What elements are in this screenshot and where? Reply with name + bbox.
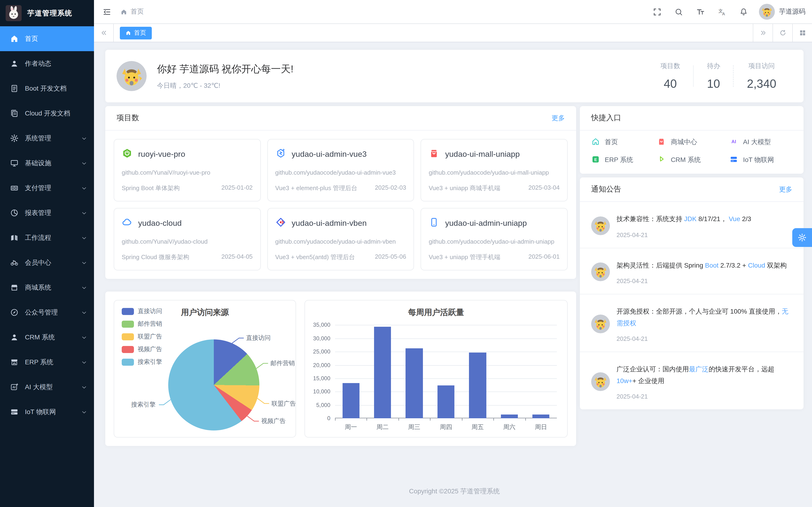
quick-entry-item[interactable]: AIAI 大模型: [729, 137, 793, 148]
bar[interactable]: [406, 348, 423, 418]
gear-icon: [798, 233, 807, 242]
notices-more-link[interactable]: 更多: [779, 185, 792, 194]
project-card[interactable]: yudao-ui-admin-vue3github.com/yudaocode/…: [267, 139, 414, 202]
refresh-icon[interactable]: [772, 24, 792, 42]
project-card[interactable]: ruoyi-vue-progithub.com/YunaiV/ruoyi-vue…: [114, 139, 261, 202]
copydoc-icon: [10, 109, 19, 118]
spring-project-icon: [122, 148, 133, 161]
bar[interactable]: [469, 352, 486, 418]
collapse-sidebar-icon[interactable]: [101, 6, 113, 18]
settings-gear-button[interactable]: [792, 228, 812, 247]
sidebar-item[interactable]: Boot 开发文档: [0, 76, 94, 101]
project-desc: Vue3 + vben5(antd) 管理后台: [275, 253, 355, 262]
y-axis-tick-label: 30,000: [313, 335, 331, 341]
qerp-icon: E: [591, 155, 600, 165]
project-url[interactable]: github.com/YunaiV/yudao-cloud: [122, 237, 253, 246]
quick-entry-item[interactable]: 商城中心: [657, 137, 729, 148]
chevron-down-icon: [81, 135, 87, 142]
footer-copyright: Copyright ©2025 芋道管理系统: [105, 488, 804, 496]
project-card[interactable]: yudao-cloudgithub.com/YunaiV/yudao-cloud…: [114, 208, 261, 270]
sidebar-item[interactable]: 作者动态: [0, 51, 94, 76]
project-url[interactable]: github.com/yudaocode/yudao-ui-mall-uniap…: [429, 168, 560, 177]
quick-entry-item[interactable]: 首页: [591, 137, 657, 148]
sidebar-item[interactable]: CRM 系统: [0, 325, 94, 350]
greeting-avatar: [116, 61, 147, 91]
bar[interactable]: [532, 415, 550, 418]
project-card[interactable]: yudao-ui-admin-vbengithub.com/yudaocode/…: [267, 208, 414, 270]
bar-slot: [430, 325, 462, 418]
sidebar-item[interactable]: 首页: [0, 26, 94, 51]
project-url[interactable]: github.com/yudaocode/yudao-ui-admin-unia…: [429, 237, 560, 246]
user-menu[interactable]: 芋道源码: [759, 4, 805, 20]
qai-icon: AI: [729, 137, 739, 148]
x-axis-label: 周三: [399, 423, 430, 432]
qmall-icon: [657, 137, 666, 148]
project-desc: Vue3 + element-plus 管理后台: [275, 184, 357, 192]
y-axis-tick-label: 5,000: [316, 402, 331, 408]
sidebar-item[interactable]: IoT 物联网: [0, 399, 94, 425]
username: 芋道源码: [779, 7, 805, 16]
app-title: 芋道管理系统: [27, 9, 72, 17]
x-axis-label: 周四: [430, 423, 462, 432]
sidebar-logo[interactable]: 芋道管理系统: [0, 0, 94, 26]
quick-entry-item[interactable]: EERP 系统: [591, 155, 657, 165]
tab-home[interactable]: 首页: [120, 26, 152, 39]
bar[interactable]: [374, 327, 391, 418]
sidebar-item[interactable]: AIAI 大模型: [0, 375, 94, 399]
x-axis-tick: [367, 418, 367, 421]
sidebar-item[interactable]: Cloud 开发文档: [0, 101, 94, 126]
app-logo-rabbit-icon: [6, 5, 21, 21]
project-url[interactable]: github.com/YunaiV/ruoyi-vue-pro: [122, 168, 253, 177]
project-card[interactable]: yudao-ui-mall-uniappgithub.com/yudaocode…: [421, 139, 568, 202]
monitor-icon: [10, 158, 19, 168]
sidebar-item[interactable]: ERP 系统: [0, 350, 94, 375]
chevron-down-icon: [81, 160, 87, 166]
compass-icon: [10, 308, 19, 317]
sidebar-item[interactable]: 会员中心: [0, 250, 94, 275]
notice-item[interactable]: 广泛企业认可：国内使用最广泛的快速开发平台，远超 10w++ 企业使用2025-…: [580, 352, 804, 409]
sidebar-item-label: Cloud 开发文档: [25, 109, 87, 118]
breadcrumb[interactable]: 首页: [120, 7, 144, 16]
project-url[interactable]: github.com/yudaocode/yudao-ui-admin-vben: [275, 237, 406, 246]
sidebar-item[interactable]: 基础设施: [0, 151, 94, 176]
quick-entry-item[interactable]: CRM 系统: [657, 155, 729, 165]
chevron-down-icon: [81, 409, 87, 415]
quick-entry-item[interactable]: IoT 物联网: [729, 155, 793, 165]
tab-options-grid-icon[interactable]: [792, 24, 812, 42]
notice-item[interactable]: 技术兼容性：系统支持 JDK 8/17/21， Vue 2/32025-04-2…: [580, 202, 804, 248]
notification-bell-icon[interactable]: [737, 6, 750, 18]
project-card[interactable]: yudao-ui-admin-uniappgithub.com/yudaocod…: [421, 208, 568, 270]
y-axis-tick-label: 35,000: [313, 322, 331, 328]
bar[interactable]: [438, 385, 455, 418]
sidebar-item-label: ERP 系统: [25, 358, 81, 367]
tabs-scroll-right-icon[interactable]: [753, 24, 772, 42]
bar[interactable]: [342, 383, 359, 418]
sidebar-item[interactable]: 商城系统: [0, 275, 94, 300]
bar[interactable]: [501, 415, 518, 418]
sidebar-item[interactable]: 公众号管理: [0, 300, 94, 325]
notice-item[interactable]: 架构灵活性：后端提供 Spring Boot 2.7/3.2 + Cloud 双…: [580, 248, 804, 294]
sidebar-item[interactable]: 系统管理: [0, 126, 94, 151]
project-url[interactable]: github.com/yudaocode/yudao-ui-admin-vue3: [275, 168, 406, 177]
notice-date: 2025-04-21: [616, 393, 792, 400]
fullscreen-icon[interactable]: [651, 6, 663, 18]
sidebar-item-label: 支付管理: [25, 184, 81, 192]
sidebar-item-label: 商城系统: [25, 283, 81, 292]
sidebar-item[interactable]: 支付管理: [0, 176, 94, 201]
language-icon[interactable]: 文A: [716, 6, 728, 18]
notice-text: 架构灵活性：后端提供 Spring Boot 2.7/3.2 + Cloud 双…: [616, 260, 792, 271]
sidebar-item[interactable]: 工作流程: [0, 225, 94, 250]
projects-more-link[interactable]: 更多: [552, 114, 565, 122]
bar-chart[interactable]: 05,00010,00015,00020,00025,00030,00035,0…: [335, 325, 557, 418]
sidebar-menu: 首页作者动态Boot 开发文档Cloud 开发文档系统管理基础设施支付管理报表管…: [0, 26, 94, 425]
chevron-down-icon: [81, 234, 87, 241]
tabs-scroll-left-icon[interactable]: [94, 24, 114, 42]
bar-slot: [525, 325, 557, 418]
main-area: 首页 文A: [94, 0, 812, 507]
x-axis-tick: [430, 418, 431, 421]
notice-item[interactable]: 开源免授权：全部开源，个人与企业可 100% 直接使用，无需授权2025-04-…: [580, 294, 804, 352]
search-icon[interactable]: [672, 6, 684, 18]
notices-title: 通知公告: [591, 184, 621, 194]
font-size-icon[interactable]: [694, 6, 706, 18]
sidebar-item[interactable]: 报表管理: [0, 201, 94, 225]
